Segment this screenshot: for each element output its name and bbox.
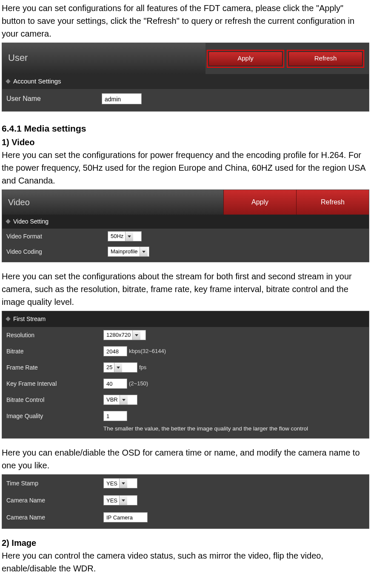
chevron-down-icon [114,363,122,372]
svg-marker-3 [117,367,120,369]
account-settings-label: Account Settings [13,77,61,85]
bitrate-hint: kbps(32~6144) [129,347,166,356]
framerate-label: Frame Rate [6,363,103,372]
bitrate-label: Bitrate [6,347,103,356]
diamond-icon [6,79,10,83]
video-setting-label: Video Setting [13,218,49,225]
panel-title-video: Video [2,190,223,215]
image-quality-note: The smaller the value, the better the im… [103,425,308,432]
video-format-select[interactable]: 50Hz [108,231,142,241]
keyframe-input[interactable]: 40 [103,379,127,389]
timestamp-select[interactable]: YES [103,478,137,488]
svg-marker-0 [128,235,131,238]
apply-highlight: Apply [207,50,284,68]
camera-name-show-label: Camera Name [6,496,103,505]
chevron-down-icon [132,330,140,340]
timestamp-label: Time Stamp [6,479,103,488]
image-quality-input[interactable]: 1 [103,411,127,421]
framerate-hint: fps [139,363,146,372]
account-settings-header: Account Settings [2,74,369,89]
keyframe-hint: (2~150) [129,379,148,388]
video-coding-label: Video Coding [6,247,108,256]
timestamp-value: YES [104,479,119,488]
image-subheading: 2) Image [2,536,369,549]
stream-intro-text: Here you can set the configurations abou… [2,270,369,308]
framerate-select[interactable]: 25 [103,362,137,373]
osd-panel: Time Stamp YES Camera Name YES Camera Na… [2,474,369,529]
video-settings-panel: Video Apply Refresh Video Setting Video … [2,189,369,262]
image-intro-text: Here you can control the camera video st… [2,549,369,575]
video-coding-select[interactable]: Mainprofile [108,247,149,257]
osd-intro-text: Here you can enable/diable the OSD for c… [2,446,369,472]
diamond-icon [6,219,10,224]
video-subheading: 1) Video [2,136,369,149]
video-format-value: 50Hz [108,232,125,241]
intro-text: Here you can set configurations for all … [2,2,369,40]
chevron-down-icon [140,247,148,256]
user-settings-panel: User Apply Refresh Account Settings User… [2,43,369,112]
username-label: User Name [6,94,102,104]
video-intro-text: Here you can set the configurations for … [2,149,369,187]
resolution-value: 1280x720 [104,331,132,339]
camera-name-label: Camera Name [6,513,103,522]
svg-marker-2 [135,334,138,336]
bitrate-control-label: Bitrate Control [6,396,103,404]
refresh-button[interactable]: Refresh [296,190,369,215]
username-input[interactable]: admin [102,93,142,104]
video-setting-header: Video Setting [2,215,369,229]
camera-name-input[interactable]: IP Camera [103,512,148,522]
chevron-down-icon [125,232,133,241]
chevron-down-icon [119,496,127,505]
resolution-label: Resolution [6,331,103,340]
camera-name-show-value: YES [104,496,119,505]
image-quality-label: Image Quality [6,412,103,421]
apply-button[interactable]: Apply [208,52,283,66]
video-coding-value: Mainprofile [108,247,140,256]
refresh-highlight: Refresh [287,50,364,68]
resolution-select[interactable]: 1280x720 [103,330,146,340]
chevron-down-icon [119,479,127,488]
svg-marker-4 [122,399,126,401]
keyframe-label: Key Frame Interval [6,379,103,388]
svg-marker-6 [122,499,125,502]
section-heading-641: 6.4.1 Media settings [2,122,369,135]
bitrate-input[interactable]: 2048 [103,346,127,356]
bitrate-control-select[interactable]: VBR [103,395,137,405]
camera-name-show-select[interactable]: YES [103,495,137,505]
first-stream-panel: First Stream Resolution 1280x720 Bitrate… [2,311,369,439]
first-stream-header: First Stream [2,311,369,327]
video-format-label: Video Format [6,232,108,241]
panel-title-user: User [2,43,205,74]
diamond-icon [6,316,10,321]
refresh-button[interactable]: Refresh [288,52,362,66]
chevron-down-icon [120,395,128,404]
svg-marker-1 [142,251,146,253]
framerate-value: 25 [104,363,114,372]
bitrate-control-value: VBR [104,396,120,404]
apply-button[interactable]: Apply [223,190,296,215]
first-stream-label: First Stream [13,316,46,322]
svg-marker-5 [122,482,125,485]
